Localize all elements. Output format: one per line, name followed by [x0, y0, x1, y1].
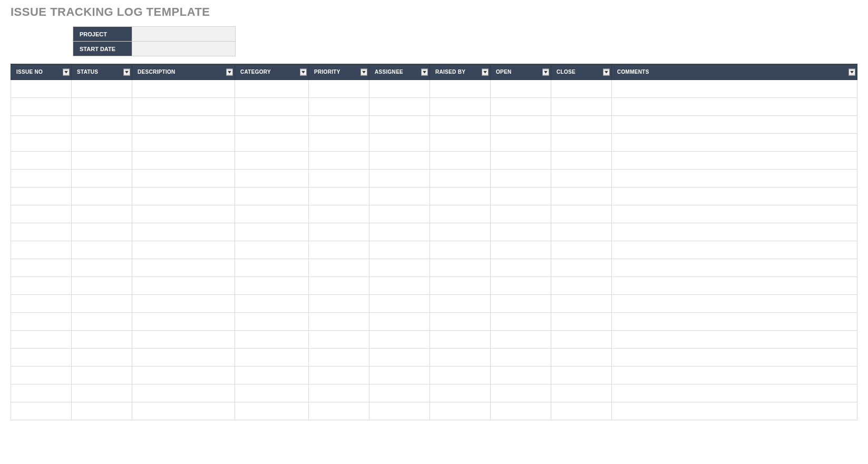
table-cell[interactable] [235, 116, 309, 134]
table-cell[interactable] [11, 277, 72, 295]
table-cell[interactable] [369, 402, 430, 420]
table-cell[interactable] [491, 402, 551, 420]
table-cell[interactable] [612, 134, 857, 152]
table-cell[interactable] [551, 205, 612, 223]
table-cell[interactable] [72, 277, 132, 295]
table-cell[interactable] [551, 402, 612, 420]
table-cell[interactable] [369, 223, 430, 241]
table-cell[interactable] [369, 134, 430, 152]
table-cell[interactable] [430, 367, 491, 384]
table-cell[interactable] [551, 295, 612, 313]
table-cell[interactable] [235, 223, 309, 241]
table-cell[interactable] [72, 98, 132, 116]
meta-startdate-value[interactable] [132, 42, 236, 56]
table-cell[interactable] [235, 277, 309, 295]
table-cell[interactable] [551, 116, 612, 134]
table-cell[interactable] [132, 152, 235, 170]
table-cell[interactable] [430, 116, 491, 134]
filter-dropdown-icon[interactable] [226, 68, 233, 75]
table-cell[interactable] [491, 295, 551, 313]
filter-dropdown-icon[interactable] [849, 68, 855, 75]
table-cell[interactable] [309, 80, 369, 98]
table-cell[interactable] [551, 384, 612, 402]
table-cell[interactable] [430, 384, 491, 402]
table-cell[interactable] [309, 295, 369, 313]
table-cell[interactable] [309, 402, 369, 420]
table-cell[interactable] [491, 134, 551, 152]
table-cell[interactable] [612, 349, 857, 367]
table-cell[interactable] [430, 349, 491, 367]
table-cell[interactable] [11, 152, 72, 170]
table-cell[interactable] [72, 223, 132, 241]
table-cell[interactable] [430, 241, 491, 259]
table-cell[interactable] [612, 116, 857, 134]
table-cell[interactable] [132, 170, 235, 187]
table-cell[interactable] [491, 116, 551, 134]
table-cell[interactable] [612, 331, 857, 349]
table-cell[interactable] [551, 349, 612, 367]
table-cell[interactable] [491, 98, 551, 116]
table-cell[interactable] [309, 205, 369, 223]
table-cell[interactable] [491, 187, 551, 205]
table-cell[interactable] [132, 259, 235, 277]
table-cell[interactable] [235, 187, 309, 205]
table-cell[interactable] [11, 313, 72, 331]
table-cell[interactable] [309, 384, 369, 402]
table-cell[interactable] [235, 98, 309, 116]
table-cell[interactable] [612, 223, 857, 241]
table-cell[interactable] [612, 152, 857, 170]
table-cell[interactable] [309, 259, 369, 277]
table-cell[interactable] [11, 384, 72, 402]
table-cell[interactable] [430, 134, 491, 152]
table-cell[interactable] [11, 367, 72, 384]
table-cell[interactable] [551, 241, 612, 259]
filter-dropdown-icon[interactable] [63, 68, 70, 75]
table-cell[interactable] [11, 223, 72, 241]
table-cell[interactable] [369, 241, 430, 259]
table-cell[interactable] [430, 170, 491, 187]
table-cell[interactable] [132, 116, 235, 134]
table-cell[interactable] [11, 349, 72, 367]
table-cell[interactable] [369, 205, 430, 223]
table-cell[interactable] [612, 80, 857, 98]
table-cell[interactable] [491, 223, 551, 241]
table-cell[interactable] [369, 187, 430, 205]
table-cell[interactable] [72, 313, 132, 331]
table-cell[interactable] [491, 313, 551, 331]
table-cell[interactable] [551, 313, 612, 331]
table-cell[interactable] [491, 349, 551, 367]
table-cell[interactable] [235, 259, 309, 277]
table-cell[interactable] [72, 349, 132, 367]
table-cell[interactable] [430, 331, 491, 349]
table-cell[interactable] [491, 367, 551, 384]
table-cell[interactable] [309, 331, 369, 349]
table-cell[interactable] [132, 331, 235, 349]
table-cell[interactable] [309, 241, 369, 259]
table-cell[interactable] [132, 98, 235, 116]
table-cell[interactable] [235, 402, 309, 420]
table-cell[interactable] [11, 402, 72, 420]
table-cell[interactable] [430, 205, 491, 223]
table-cell[interactable] [235, 313, 309, 331]
table-cell[interactable] [72, 134, 132, 152]
table-cell[interactable] [430, 223, 491, 241]
table-cell[interactable] [612, 367, 857, 384]
table-cell[interactable] [369, 259, 430, 277]
table-cell[interactable] [430, 259, 491, 277]
table-cell[interactable] [132, 205, 235, 223]
table-cell[interactable] [491, 80, 551, 98]
table-cell[interactable] [309, 98, 369, 116]
table-cell[interactable] [235, 241, 309, 259]
table-cell[interactable] [430, 295, 491, 313]
table-cell[interactable] [491, 384, 551, 402]
table-cell[interactable] [132, 349, 235, 367]
table-cell[interactable] [309, 152, 369, 170]
table-cell[interactable] [11, 116, 72, 134]
table-cell[interactable] [72, 116, 132, 134]
table-cell[interactable] [612, 295, 857, 313]
table-cell[interactable] [132, 384, 235, 402]
table-cell[interactable] [235, 367, 309, 384]
table-cell[interactable] [551, 187, 612, 205]
table-cell[interactable] [235, 295, 309, 313]
table-cell[interactable] [235, 349, 309, 367]
